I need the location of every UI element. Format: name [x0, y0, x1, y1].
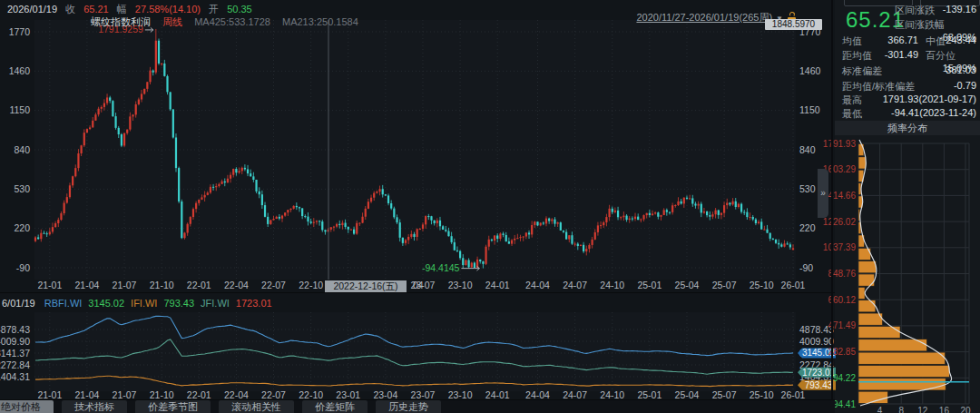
histogram-bar — [858, 144, 864, 156]
svg-text:23-10: 23-10 — [448, 280, 473, 290]
stat-mean: 均值366.71 — [842, 34, 918, 48]
svg-text:530: 530 — [799, 183, 816, 194]
histogram-x-tick: 20 — [960, 406, 971, 413]
svg-text:25-10: 25-10 — [750, 280, 774, 290]
histogram-bar — [858, 287, 865, 299]
svg-text:22-01: 22-01 — [187, 280, 211, 290]
date-range-selector: 2020/11/27-2026/01/19(265周)▼ — [581, 11, 796, 25]
histogram-x-tick: 12 — [917, 406, 928, 413]
tab-技术指标[interactable]: 技术指标 — [62, 400, 127, 413]
legend-series-value: 1723.01 — [236, 298, 272, 309]
close-label: 收 — [65, 4, 75, 15]
svg-text:24-10: 24-10 — [600, 280, 624, 290]
stat-high: 最高1791.93(2021-09-17) — [842, 93, 976, 107]
panel-divider — [831, 0, 833, 413]
quote-header: 2026/01/19 收 65.21 幅 27.58%(14.10) 开 50.… — [7, 3, 258, 16]
main-chart-canvas[interactable] — [34, 20, 796, 280]
ma213-value: MA213:250.1584 — [282, 16, 358, 27]
histogram-bar — [858, 365, 949, 377]
svg-text:3141.37: 3141.37 — [0, 348, 30, 359]
histogram-x-tick: 16 — [939, 406, 950, 413]
crosshair-price-tag: 1848.5970 — [765, 19, 822, 30]
svg-text:21-04: 21-04 — [75, 280, 100, 290]
crosshair-date-text: 2022-12-16(五) — [333, 280, 397, 291]
svg-text:793.43: 793.43 — [805, 380, 833, 390]
covered-tick-remnant: 04 — [413, 280, 424, 290]
histogram-bar — [858, 313, 883, 325]
svg-text:220: 220 — [14, 222, 30, 233]
svg-text:24-07: 24-07 — [563, 280, 587, 290]
tab-滚动相关性[interactable]: 滚动相关性 — [219, 400, 294, 413]
svg-text:-90: -90 — [16, 262, 30, 273]
svg-text:4009.90: 4009.90 — [0, 336, 30, 347]
svg-text:1791.93: 1791.93 — [823, 139, 857, 149]
svg-text:1460: 1460 — [799, 65, 821, 76]
svg-text:1460: 1460 — [9, 65, 31, 76]
svg-text:840: 840 — [14, 144, 30, 155]
charts-canvas[interactable]: 1770177014601460115011508408405305302202… — [0, 0, 980, 413]
svg-text:26-01: 26-01 — [781, 280, 806, 290]
instrument-header: 螺纹指数利润 周线 MA425:533.1728 MA213:250.1584 — [91, 15, 368, 29]
stat-dist-std: 距均值/标准偏差-0.79 — [842, 80, 976, 93]
legend-series-name[interactable]: RBFI.WI — [44, 298, 83, 309]
lower-chart-legend: 6/01/19 RBFI.WI3145.02IFI.WI793.43JFI.WI… — [2, 298, 279, 309]
svg-text:4878.43: 4878.43 — [0, 324, 30, 335]
svg-text:25-01: 25-01 — [637, 280, 662, 290]
legend-date: 6/01/19 — [2, 298, 35, 309]
histogram-x-tick: 8 — [898, 406, 904, 413]
instrument-name[interactable]: 螺纹指数利润 — [91, 16, 151, 27]
svg-text:21-07: 21-07 — [113, 280, 137, 290]
svg-text:1037.39: 1037.39 — [823, 242, 857, 252]
svg-text:1226.02: 1226.02 — [823, 217, 857, 227]
quote-date: 2026/01/19 — [7, 4, 57, 15]
histogram-bar — [858, 300, 876, 312]
tab-价差季节图[interactable]: 价差季节图 — [135, 400, 211, 413]
svg-text:25-04: 25-04 — [675, 280, 700, 290]
svg-text:22-04: 22-04 — [224, 280, 249, 290]
panel-collapse-handle[interactable]: » — [818, 169, 828, 218]
price-tag-JFI.WI: 1723.01 — [798, 368, 836, 378]
open-value: 50.35 — [227, 4, 252, 15]
svg-text:530: 530 — [14, 183, 30, 194]
tab-价差矩阵[interactable]: 价差矩阵 — [302, 400, 368, 413]
svg-text:-90: -90 — [799, 262, 813, 273]
histogram[interactable]: 1791.931603.291414.661226.021037.39848.7… — [823, 139, 971, 413]
svg-text:21-10: 21-10 — [150, 280, 174, 290]
bottom-tab-bar: 绝对价格技术指标价差季节图滚动相关性价差矩阵历史走势 — [0, 400, 835, 413]
histogram-bar — [858, 339, 927, 351]
histogram-bar — [858, 157, 866, 169]
legend-series-name[interactable]: JFI.WI — [201, 298, 230, 309]
svg-text:1770: 1770 — [9, 26, 31, 37]
stat-range-change: 区间涨跌-139.16 — [895, 4, 976, 17]
amplitude-label: 幅 — [117, 4, 127, 15]
stat-std: 标准偏差381.03 — [842, 64, 976, 78]
histogram-bar — [858, 352, 946, 364]
legend-series-name[interactable]: IFI.WI — [131, 298, 157, 309]
svg-text:22-10: 22-10 — [299, 280, 323, 290]
legend-series-value: 793.43 — [163, 298, 194, 309]
svg-text:22-07: 22-07 — [261, 280, 286, 290]
divider — [0, 292, 835, 293]
ma425-value: MA425:533.1728 — [194, 16, 270, 27]
stat-low: 最低-94.41(2023-11-24) — [842, 107, 976, 121]
amplitude-value: 27.58%(14.10) — [135, 4, 201, 15]
date-range-text[interactable]: 2020/11/27-2026/01/19(265周) — [636, 12, 772, 23]
histogram-bar — [858, 261, 876, 273]
svg-text:220: 220 — [799, 222, 816, 233]
stat-dist-mean: 距均值-301.49 — [842, 49, 918, 63]
histogram-x-tick: 4 — [877, 406, 883, 413]
open-label: 开 — [209, 4, 219, 15]
svg-text:1150: 1150 — [799, 104, 820, 115]
low-annotation: -94.4145 — [422, 262, 460, 273]
svg-text:840: 840 — [799, 144, 816, 155]
svg-text:25-07: 25-07 — [712, 280, 737, 290]
period-selector[interactable]: 周线 — [162, 16, 182, 27]
svg-text:94.22: 94.22 — [833, 373, 856, 383]
svg-text:4009.90: 4009.90 — [799, 336, 834, 347]
svg-text:24-01: 24-01 — [485, 280, 510, 290]
close-value: 65.21 — [83, 4, 109, 15]
tab-历史走势[interactable]: 历史走势 — [376, 400, 441, 413]
svg-text:1150: 1150 — [9, 104, 30, 115]
terminal-window: 1770177014601460115011508408405305302202… — [0, 0, 980, 413]
tab-绝对价格[interactable]: 绝对价格 — [0, 400, 54, 413]
